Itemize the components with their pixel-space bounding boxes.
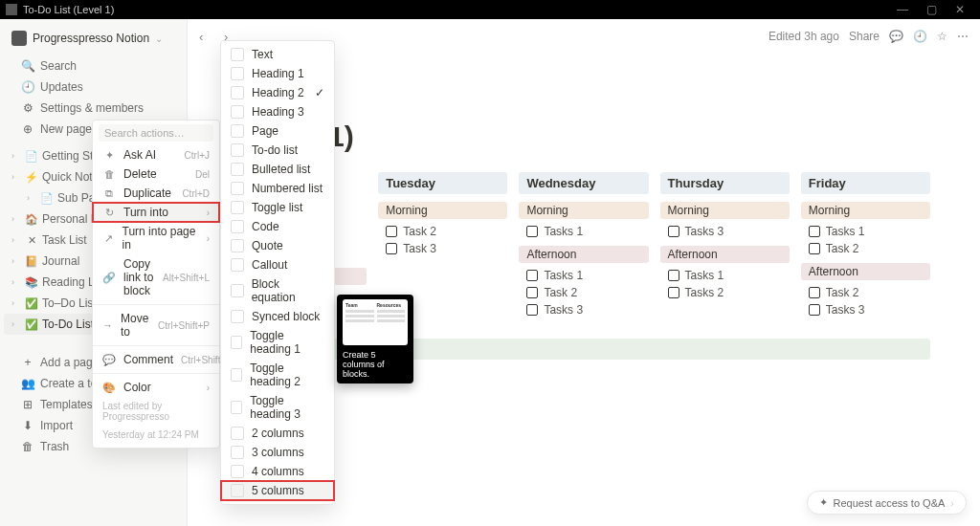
checkbox-icon[interactable] bbox=[809, 304, 820, 316]
turn-into-to-do-list[interactable]: To-do list bbox=[221, 141, 334, 160]
turn-into-toggle-heading-1[interactable]: Toggle heading 1 bbox=[221, 326, 334, 359]
turn-into-text[interactable]: Text bbox=[221, 45, 334, 64]
menu-item-copy-link-to-block[interactable]: 🔗Copy link to blockAlt+Shift+L bbox=[93, 254, 219, 300]
day-header[interactable]: Tuesday bbox=[378, 172, 507, 194]
menu-item-turn-into-page-in[interactable]: ↗Turn into page in› bbox=[93, 222, 219, 254]
task-item[interactable]: Task 2 bbox=[378, 223, 507, 240]
block-type-icon bbox=[231, 239, 244, 252]
checkbox-icon[interactable] bbox=[526, 270, 538, 281]
turn-into-heading-3[interactable]: Heading 3 bbox=[221, 102, 334, 121]
chevron-icon[interactable]: › bbox=[11, 256, 21, 266]
checkbox-icon[interactable] bbox=[809, 243, 820, 254]
turn-into-toggle-heading-2[interactable]: Toggle heading 2 bbox=[221, 359, 334, 391]
section-header[interactable]: Morning bbox=[801, 202, 930, 219]
turn-into-heading-2[interactable]: Heading 2✓ bbox=[221, 83, 334, 102]
checkbox-icon[interactable] bbox=[526, 304, 538, 316]
checkbox-icon[interactable] bbox=[526, 287, 538, 298]
menu-item-move-to[interactable]: →Move toCtrl+Shift+P bbox=[93, 309, 219, 341]
checkbox-icon[interactable] bbox=[526, 226, 538, 237]
task-item[interactable]: Tasks 2 bbox=[660, 284, 790, 301]
turn-into-block-equation[interactable]: Block equation bbox=[221, 274, 334, 307]
task-item[interactable]: Tasks 3 bbox=[519, 301, 648, 318]
workspace-switcher[interactable]: Progresspresso Notion ⌄ bbox=[4, 27, 183, 50]
chevron-icon[interactable]: › bbox=[11, 277, 21, 287]
minimize-button[interactable]: — bbox=[888, 3, 917, 16]
more-icon[interactable]: ⋯ bbox=[957, 30, 969, 43]
sidebar-updates[interactable]: 🕘Updates bbox=[4, 77, 183, 98]
updates-icon[interactable]: 🕘 bbox=[913, 30, 927, 43]
sidebar-settings-members[interactable]: ⚙Settings & members bbox=[4, 98, 183, 119]
done-task-item[interactable]: Tasks 1 bbox=[237, 434, 930, 451]
menu-item-ask-ai[interactable]: ✦Ask AICtrl+J bbox=[93, 145, 219, 164]
turn-into-4-columns[interactable]: 4 columns bbox=[221, 462, 334, 481]
section-header[interactable]: Afternoon bbox=[519, 246, 648, 263]
sidebar-search[interactable]: 🔍Search bbox=[4, 55, 183, 77]
task-item[interactable]: Task 2 bbox=[519, 284, 648, 301]
workspace-icon bbox=[11, 31, 27, 46]
menu-item-color[interactable]: 🎨Color› bbox=[93, 378, 219, 397]
chevron-icon[interactable]: › bbox=[11, 172, 21, 182]
task-item[interactable]: Task 3 bbox=[378, 240, 507, 257]
checkbox-icon[interactable] bbox=[809, 287, 820, 298]
done-task-item[interactable]: Task 2 bbox=[237, 400, 930, 417]
search-actions-input[interactable]: Search actions… bbox=[99, 124, 213, 142]
menu-item-duplicate[interactable]: ⧉DuplicateCtrl+D bbox=[93, 184, 219, 203]
day-header[interactable]: Thursday bbox=[660, 172, 790, 194]
section-header[interactable]: Morning bbox=[519, 202, 648, 219]
chevron-icon[interactable]: › bbox=[11, 319, 21, 329]
turn-into-3-columns[interactable]: 3 columns bbox=[221, 443, 334, 462]
favorite-icon[interactable]: ☆ bbox=[937, 30, 947, 43]
done-task-item[interactable]: Tasks 1 bbox=[237, 417, 930, 434]
nav-back-button[interactable]: ‹ bbox=[199, 30, 216, 44]
checkbox-icon[interactable] bbox=[668, 270, 679, 281]
chevron-icon[interactable]: › bbox=[11, 235, 21, 245]
turn-into-heading-1[interactable]: Heading 1 bbox=[221, 64, 334, 83]
turn-into-code[interactable]: Code bbox=[221, 217, 334, 236]
section-header[interactable]: Afternoon bbox=[801, 263, 930, 280]
turn-into-numbered-list[interactable]: Numbered list bbox=[221, 179, 334, 198]
chevron-icon[interactable]: › bbox=[11, 214, 21, 224]
page-icon: 📄 bbox=[40, 192, 54, 205]
task-item[interactable]: Task 2 bbox=[801, 240, 930, 257]
turn-into-toggle-list[interactable]: Toggle list bbox=[221, 198, 334, 217]
menu-item-turn-into[interactable]: ↻Turn into› bbox=[93, 203, 219, 222]
done-task-item[interactable]: Tasks 3 bbox=[237, 383, 930, 400]
task-item[interactable]: Tasks 1 bbox=[801, 223, 930, 240]
turn-into-callout[interactable]: Callout bbox=[221, 255, 334, 274]
checkbox-icon[interactable] bbox=[386, 243, 397, 254]
section-header[interactable]: Afternoon bbox=[660, 246, 790, 263]
page-icon: ✅ bbox=[25, 297, 38, 310]
close-button[interactable]: ✕ bbox=[946, 3, 974, 16]
section-header[interactable]: Morning bbox=[378, 202, 507, 219]
chevron-icon[interactable]: › bbox=[27, 193, 36, 203]
page-title[interactable]: (Level 1) bbox=[237, 121, 930, 153]
task-item[interactable]: Tasks 1 bbox=[519, 267, 648, 284]
turn-into-2-columns[interactable]: 2 columns bbox=[221, 424, 334, 443]
turn-into-synced-block[interactable]: Synced block bbox=[221, 307, 334, 326]
section-header[interactable]: Morning bbox=[660, 202, 790, 219]
request-access-button[interactable]: ✦ Request access to Q&A › bbox=[807, 491, 967, 515]
maximize-button[interactable]: ▢ bbox=[917, 3, 946, 16]
day-header[interactable]: Wednesday bbox=[519, 172, 648, 194]
turn-into-page[interactable]: Page bbox=[221, 121, 334, 141]
task-item[interactable]: Tasks 3 bbox=[660, 223, 790, 240]
chevron-icon[interactable]: › bbox=[11, 151, 21, 161]
task-item[interactable]: Tasks 1 bbox=[519, 223, 648, 240]
chevron-icon[interactable]: › bbox=[11, 298, 21, 308]
day-header[interactable]: Friday bbox=[801, 172, 930, 194]
task-item[interactable]: Task 2 bbox=[801, 284, 930, 301]
share-button[interactable]: Share bbox=[849, 30, 880, 43]
checkbox-icon[interactable] bbox=[668, 226, 679, 237]
turn-into-5-columns[interactable]: 5 columns bbox=[221, 481, 334, 500]
task-item[interactable]: Tasks 3 bbox=[801, 301, 930, 318]
checkbox-icon[interactable] bbox=[809, 226, 820, 237]
turn-into-quote[interactable]: Quote bbox=[221, 236, 334, 255]
menu-item-comment[interactable]: 💬CommentCtrl+Shift+M bbox=[93, 350, 219, 369]
task-item[interactable]: Tasks 1 bbox=[660, 267, 790, 284]
comments-icon[interactable]: 💬 bbox=[889, 30, 903, 43]
turn-into-toggle-heading-3[interactable]: Toggle heading 3 bbox=[221, 391, 334, 424]
turn-into-bulleted-list[interactable]: Bulleted list bbox=[221, 160, 334, 179]
menu-item-delete[interactable]: 🗑DeleteDel bbox=[93, 164, 219, 184]
checkbox-icon[interactable] bbox=[386, 226, 397, 237]
checkbox-icon[interactable] bbox=[668, 287, 679, 298]
